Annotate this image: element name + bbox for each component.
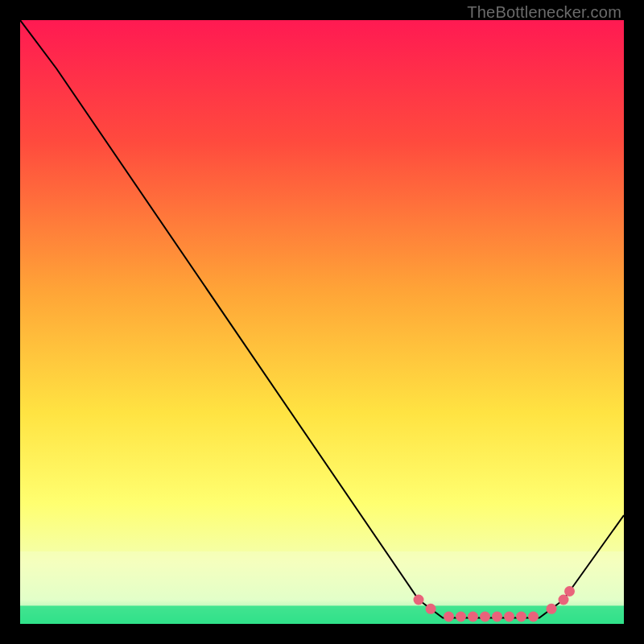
watermark-text: TheBottlenecker.com: [467, 3, 621, 22]
bottleneck-curve: [20, 20, 624, 618]
curve-marker: [547, 604, 557, 614]
svg-rect-0: [20, 551, 624, 606]
chart-overlay: [20, 20, 624, 624]
curve-marker: [564, 586, 575, 597]
plot-area: [20, 20, 624, 624]
curve-marker: [528, 612, 539, 622]
curve-marker: [414, 595, 424, 605]
chart-frame: TheBottlenecker.com: [0, 0, 644, 644]
curve-marker: [456, 612, 466, 622]
curve-marker: [426, 604, 436, 614]
curve-marker: [444, 612, 454, 622]
curve-marker: [504, 612, 514, 622]
curve-marker: [516, 612, 526, 622]
curve-marker: [559, 595, 569, 605]
curve-marker: [468, 612, 478, 622]
curve-marker: [492, 612, 502, 622]
curve-marker: [480, 612, 490, 622]
